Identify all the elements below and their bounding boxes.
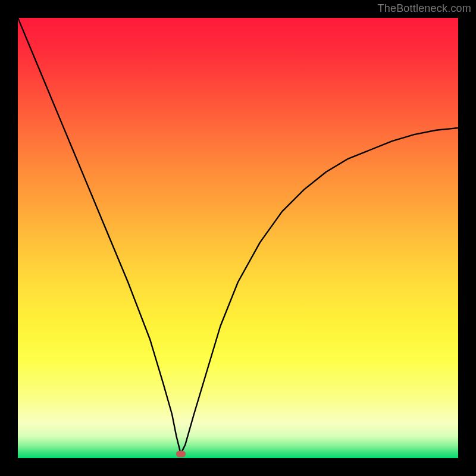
minimum-marker bbox=[176, 450, 186, 457]
bottleneck-curve bbox=[18, 18, 458, 458]
watermark-text: TheBottleneck.com bbox=[378, 2, 471, 15]
plot-area bbox=[18, 18, 458, 458]
curve-path bbox=[18, 18, 458, 454]
outer-frame: TheBottleneck.com bbox=[0, 0, 476, 476]
